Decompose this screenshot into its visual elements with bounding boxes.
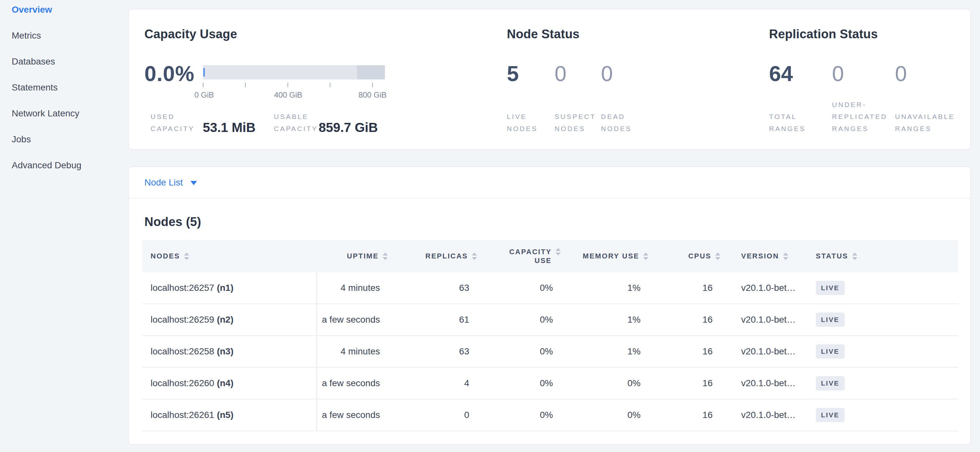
capacity-use-cell: 0% bbox=[477, 410, 561, 420]
nodes-table-header: NODES UPTIME REPLICAS CAPACITY USE MEMOR… bbox=[142, 240, 958, 272]
chevron-down-icon bbox=[191, 181, 197, 185]
table-row[interactable]: localhost:26261(n5) a few seconds 0 0% 0… bbox=[142, 400, 958, 431]
under-replicated-ranges-count: 0 bbox=[832, 61, 844, 86]
status-badge: LIVE bbox=[816, 281, 845, 295]
version-cell: v20.1.0-bet… bbox=[721, 410, 811, 420]
column-header-memory-use[interactable]: MEMORY USE bbox=[561, 240, 648, 272]
capacity-use-cell: 0% bbox=[477, 346, 561, 357]
usable-capacity-value: 859.7 GiB bbox=[319, 120, 378, 135]
nodes-heading: Nodes (5) bbox=[145, 215, 201, 229]
status-cell: LIVE bbox=[811, 408, 958, 422]
suspect-nodes-count: 0 bbox=[555, 61, 566, 86]
replicas-cell: 63 bbox=[388, 283, 477, 293]
sort-icon bbox=[184, 252, 189, 260]
axis-tick-label: 400 GiB bbox=[274, 90, 302, 100]
node-list-dropdown[interactable]: Node List bbox=[145, 178, 197, 188]
node-list-dropdown-label: Node List bbox=[145, 178, 183, 188]
column-header-label: NODES bbox=[151, 252, 180, 260]
column-header-status[interactable]: STATUS bbox=[811, 240, 958, 272]
replicas-cell: 0 bbox=[388, 410, 477, 420]
live-nodes-label: LIVE NODES bbox=[507, 111, 538, 135]
sidebar: Overview Metrics Databases Statements Ne… bbox=[0, 0, 127, 178]
column-header-label: STATUS bbox=[816, 252, 848, 260]
version-cell: v20.1.0-bet… bbox=[721, 378, 811, 389]
sidebar-item-advanced-debug[interactable]: Advanced Debug bbox=[0, 152, 127, 178]
capacity-use-cell: 0% bbox=[477, 314, 561, 325]
node-address-cell: localhost:26261(n5) bbox=[142, 410, 317, 420]
uptime-cell: a few seconds bbox=[317, 378, 388, 389]
column-header-label: UPTIME bbox=[347, 252, 379, 260]
uptime-cell: 4 minutes bbox=[317, 346, 388, 357]
capacity-usage-bar bbox=[203, 65, 385, 79]
column-header-capacity-use[interactable]: CAPACITY USE bbox=[477, 240, 561, 272]
suspect-nodes-label: SUSPECT NODES bbox=[555, 111, 596, 135]
memory-use-cell: 0% bbox=[561, 378, 648, 389]
table-row[interactable]: localhost:26258(n3) 4 minutes 63 0% 1% 1… bbox=[142, 336, 958, 368]
sidebar-item-statements[interactable]: Statements bbox=[0, 75, 127, 100]
sidebar-item-network-latency[interactable]: Network Latency bbox=[0, 100, 127, 127]
sort-icon bbox=[643, 252, 648, 260]
status-badge: LIVE bbox=[816, 376, 845, 390]
uptime-cell: a few seconds bbox=[317, 410, 388, 420]
sidebar-item-databases[interactable]: Databases bbox=[0, 49, 127, 75]
cpus-cell: 16 bbox=[648, 283, 721, 293]
column-header-uptime[interactable]: UPTIME bbox=[317, 240, 388, 272]
axis-tick-label: 0 GiB bbox=[194, 90, 214, 100]
capacity-bar-reserved-segment bbox=[357, 65, 385, 79]
total-ranges-count: 64 bbox=[769, 61, 793, 86]
status-cell: LIVE bbox=[811, 312, 958, 327]
column-header-label: MEMORY USE bbox=[583, 252, 639, 260]
axis-tick bbox=[203, 83, 204, 87]
column-header-version[interactable]: VERSION bbox=[721, 240, 811, 272]
replication-status-title: Replication Status bbox=[769, 27, 878, 41]
status-cell: LIVE bbox=[811, 376, 958, 390]
nodes-table: NODES UPTIME REPLICAS CAPACITY USE MEMOR… bbox=[142, 240, 958, 431]
nodes-column-divider bbox=[317, 272, 317, 431]
cpus-cell: 16 bbox=[648, 378, 721, 389]
sort-icon bbox=[783, 252, 788, 260]
sort-icon bbox=[715, 252, 721, 260]
node-status-title: Node Status bbox=[507, 27, 579, 41]
used-capacity-label: USED CAPACITY bbox=[151, 111, 194, 135]
sidebar-item-overview[interactable]: Overview bbox=[0, 0, 127, 23]
column-header-cpus[interactable]: CPUS bbox=[648, 240, 721, 272]
node-address-cell: localhost:26257(n1) bbox=[142, 283, 317, 293]
sidebar-item-metrics[interactable]: Metrics bbox=[0, 23, 127, 49]
replicas-cell: 4 bbox=[388, 378, 477, 389]
sort-icon bbox=[555, 248, 561, 255]
column-header-label: CAPACITY USE bbox=[509, 247, 552, 265]
version-cell: v20.1.0-bet… bbox=[721, 314, 811, 325]
table-row[interactable]: localhost:26260(n4) a few seconds 4 0% 0… bbox=[142, 368, 958, 400]
node-address-cell: localhost:26258(n3) bbox=[142, 346, 317, 357]
status-badge: LIVE bbox=[816, 408, 845, 422]
status-cell: LIVE bbox=[811, 281, 958, 295]
uptime-cell: 4 minutes bbox=[317, 283, 388, 293]
capacity-use-cell: 0% bbox=[477, 378, 561, 389]
axis-tick bbox=[245, 83, 246, 87]
memory-use-cell: 0% bbox=[561, 410, 648, 420]
cpus-cell: 16 bbox=[648, 314, 721, 325]
axis-tick bbox=[372, 83, 373, 87]
cluster-summary-card: Capacity Usage 0.0% 0 GiB 400 GiB 800 Gi… bbox=[128, 9, 971, 150]
dead-nodes-label: DEAD NODES bbox=[601, 111, 632, 135]
column-header-label: REPLICAS bbox=[425, 252, 468, 260]
axis-tick bbox=[330, 83, 330, 87]
replicas-cell: 61 bbox=[388, 314, 477, 325]
axis-tick bbox=[288, 83, 288, 87]
table-row[interactable]: localhost:26259(n2) a few seconds 61 0% … bbox=[142, 304, 958, 336]
node-address-cell: localhost:26260(n4) bbox=[142, 378, 317, 389]
table-row[interactable]: localhost:26257(n1) 4 minutes 63 0% 1% 1… bbox=[142, 272, 958, 304]
used-capacity-value: 53.1 MiB bbox=[203, 120, 255, 135]
cpus-cell: 16 bbox=[648, 410, 721, 420]
column-header-nodes[interactable]: NODES bbox=[142, 240, 317, 272]
node-address-cell: localhost:26259(n2) bbox=[142, 314, 317, 325]
sidebar-item-jobs[interactable]: Jobs bbox=[0, 127, 127, 152]
unavailable-ranges-count: 0 bbox=[895, 61, 907, 86]
column-header-replicas[interactable]: REPLICAS bbox=[388, 240, 477, 272]
capacity-bar-used-segment bbox=[204, 68, 205, 76]
capacity-usage-title: Capacity Usage bbox=[145, 27, 237, 41]
under-replicated-ranges-label: UNDER- REPLICATED RANGES bbox=[832, 98, 887, 135]
unavailable-ranges-label: UNAVAILABLE RANGES bbox=[895, 111, 955, 135]
replicas-cell: 63 bbox=[388, 346, 477, 357]
capacity-used-percent: 0.0% bbox=[145, 61, 194, 86]
